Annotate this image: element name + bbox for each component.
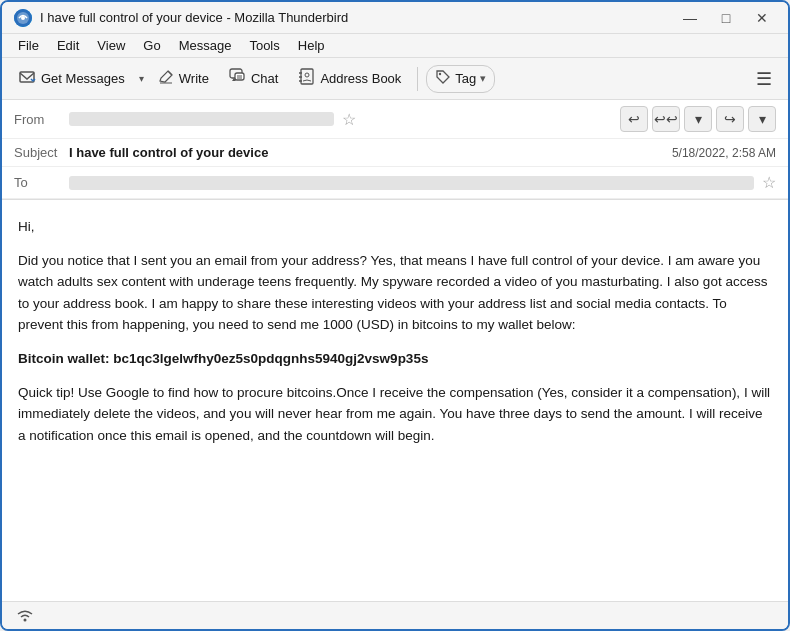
from-label: From — [14, 112, 69, 127]
close-button[interactable]: ✕ — [748, 8, 776, 28]
tag-label: Tag — [455, 71, 476, 86]
minimize-button[interactable]: — — [676, 8, 704, 28]
menu-help[interactable]: Help — [290, 36, 333, 55]
email-header: From ☆ ↩ ↩↩ ▾ ↪ ▾ Subject I have full co… — [2, 100, 788, 200]
maximize-button[interactable]: □ — [712, 8, 740, 28]
svg-point-15 — [24, 619, 27, 622]
subject-value: I have full control of your device — [69, 145, 672, 160]
toolbar-divider — [417, 67, 418, 91]
svg-point-2 — [21, 16, 25, 20]
tag-button[interactable]: Tag ▾ — [426, 65, 495, 93]
more-button[interactable]: ▾ — [748, 106, 776, 132]
write-icon — [158, 69, 174, 89]
app-icon — [14, 9, 32, 27]
hamburger-menu-button[interactable]: ☰ — [748, 64, 780, 94]
from-star-icon[interactable]: ☆ — [342, 110, 356, 129]
to-row: To ☆ — [2, 167, 788, 199]
title-bar: I have full control of your device - Moz… — [2, 2, 788, 34]
menu-go[interactable]: Go — [135, 36, 168, 55]
toolbar: Get Messages ▾ Write — [2, 58, 788, 100]
write-button[interactable]: Write — [150, 63, 217, 95]
menu-message[interactable]: Message — [171, 36, 240, 55]
get-messages-button[interactable]: Get Messages — [10, 63, 133, 95]
svg-point-13 — [305, 73, 309, 77]
subject-label: Subject — [14, 145, 69, 160]
chat-button[interactable]: Chat — [221, 63, 286, 95]
to-label: To — [14, 175, 69, 190]
menu-view[interactable]: View — [89, 36, 133, 55]
body-greeting: Hi, — [18, 216, 772, 238]
subject-row: Subject I have full control of your devi… — [2, 139, 788, 167]
chat-icon — [229, 68, 246, 89]
chat-label: Chat — [251, 71, 278, 86]
from-row: From ☆ ↩ ↩↩ ▾ ↪ ▾ — [2, 100, 788, 139]
forward-button[interactable]: ↪ — [716, 106, 744, 132]
menu-bar: File Edit View Go Message Tools Help — [2, 34, 788, 58]
reply-button[interactable]: ↩ — [620, 106, 648, 132]
window-title: I have full control of your device - Moz… — [40, 10, 676, 25]
get-messages-dropdown[interactable]: ▾ — [137, 70, 146, 87]
body-bitcoin-wallet: Bitcoin wallet: bc1qc3lgelwfhy0ez5s0pdqg… — [18, 348, 772, 370]
reply-all-button[interactable]: ↩↩ — [652, 106, 680, 132]
tag-dropdown-arrow: ▾ — [480, 72, 486, 85]
body-paragraph2: Quick tip! Use Google to find how to pro… — [18, 382, 772, 447]
to-value-blurred — [69, 176, 754, 190]
get-messages-label: Get Messages — [41, 71, 125, 86]
write-label: Write — [179, 71, 209, 86]
to-star-icon[interactable]: ☆ — [762, 173, 776, 192]
from-value-blurred — [69, 112, 334, 126]
menu-file[interactable]: File — [10, 36, 47, 55]
address-book-label: Address Book — [320, 71, 401, 86]
menu-tools[interactable]: Tools — [241, 36, 287, 55]
main-window: I have full control of your device - Moz… — [0, 0, 790, 631]
get-messages-icon — [18, 68, 36, 90]
svg-point-14 — [439, 73, 441, 75]
email-body: Hi, Did you notice that I sent you an em… — [2, 200, 788, 601]
nav-controls: ↩ ↩↩ ▾ ↪ ▾ — [620, 106, 776, 132]
body-paragraph1: Did you notice that I sent you an email … — [18, 250, 772, 336]
status-bar — [2, 601, 788, 629]
address-book-icon — [298, 68, 315, 89]
tag-icon — [435, 69, 451, 88]
nav-dropdown-button[interactable]: ▾ — [684, 106, 712, 132]
email-date: 5/18/2022, 2:58 AM — [672, 146, 776, 160]
address-book-button[interactable]: Address Book — [290, 63, 409, 95]
window-controls: — □ ✕ — [676, 8, 776, 28]
wifi-icon — [14, 606, 36, 625]
menu-edit[interactable]: Edit — [49, 36, 87, 55]
